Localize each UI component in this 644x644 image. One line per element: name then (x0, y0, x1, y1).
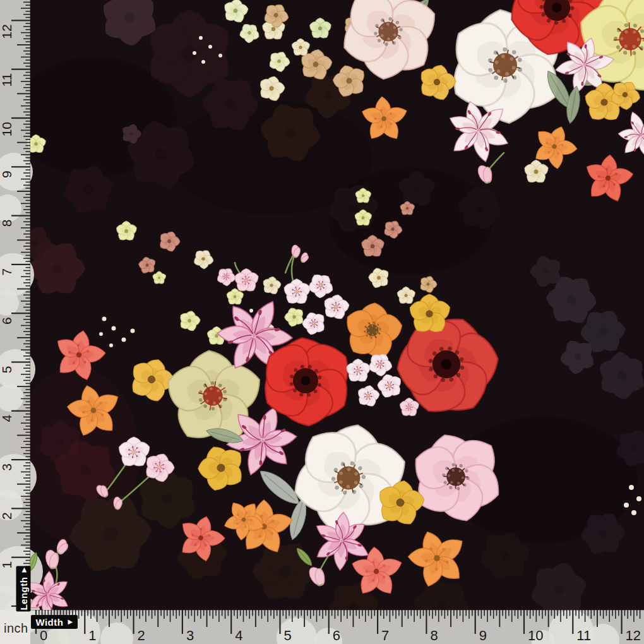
vertical-ruler-number: 9 (0, 170, 14, 178)
vertical-ruler-number: 3 (0, 463, 14, 471)
vertical-ruler-number: 12 (0, 24, 14, 39)
vertical-ruler-number: 8 (0, 220, 14, 227)
fabric-photo-canvas: 01234567891011120123456789101112 (0, 0, 644, 644)
fabric-swatch-photo: 01234567891011120123456789101112 Length … (0, 0, 644, 644)
vertical-ruler-number: 2 (0, 512, 14, 520)
horizontal-ruler-number: 8 (430, 628, 438, 643)
vertical-ruler-number: 1 (0, 561, 14, 569)
unit-label: inch (4, 621, 28, 636)
arrow-right-icon: ▶ (20, 567, 27, 572)
horizontal-ruler-number: 11 (576, 628, 591, 643)
vertical-ruler-number: 4 (0, 414, 14, 422)
vertical-ruler-number: 6 (0, 317, 14, 325)
horizontal-ruler-number: 3 (186, 628, 194, 643)
horizontal-ruler-number: 9 (479, 628, 487, 643)
horizontal-ruler-number: 10 (528, 628, 543, 643)
vertical-ruler-number: 10 (0, 122, 14, 136)
horizontal-ruler-number: 5 (284, 628, 292, 643)
horizontal-ruler-number: 2 (138, 628, 145, 643)
horizontal-ruler-number: 12 (626, 628, 641, 643)
width-badge-label: Width (35, 617, 63, 628)
horizontal-ruler-number: 1 (88, 628, 96, 643)
vertical-ruler-number: 7 (0, 268, 14, 276)
vertical-ruler-number: 5 (0, 366, 14, 374)
length-badge-label: Length (18, 577, 29, 611)
width-badge: Width ▶ (31, 615, 78, 629)
vertical-ruler-number: 11 (0, 73, 14, 87)
horizontal-ruler-number: 7 (381, 628, 389, 643)
length-badge: Length ▶ (16, 566, 31, 612)
vertical-ruler: 0123456789101112 (0, 0, 30, 644)
horizontal-ruler: 0123456789101112 (0, 610, 644, 644)
horizontal-ruler-number: 6 (333, 628, 340, 643)
horizontal-ruler-number: 0 (40, 628, 47, 643)
arrow-right-icon: ▶ (68, 619, 73, 625)
horizontal-ruler-number: 4 (235, 628, 242, 643)
